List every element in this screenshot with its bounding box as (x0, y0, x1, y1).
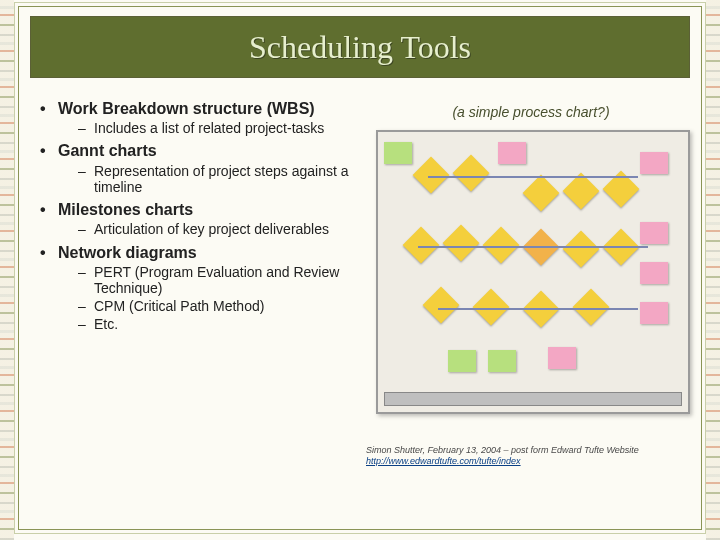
bullet-content: Work Breakdown structure (WBS) Includes … (40, 100, 380, 338)
bullet-gantt-sub1: Representation of project steps against … (40, 163, 380, 195)
bullet-wbs: Work Breakdown structure (WBS) (40, 100, 380, 118)
figure: (a simple process chart?) (376, 104, 686, 414)
title-box: Scheduling Tools (30, 16, 690, 78)
decorative-stripe-right (706, 0, 720, 540)
bullet-wbs-sub1: Includes a list of related project-tasks (40, 120, 380, 136)
credit-link[interactable]: http://www.edwardtufte.com/tufte/index (366, 456, 521, 466)
bullet-network-sub3: Etc. (40, 316, 380, 332)
credit-text: Simon Shutter, February 13, 2004 – post … (366, 445, 639, 455)
bullet-milestones-sub1: Articulation of key project deliverables (40, 221, 380, 237)
bullet-gantt: Gannt charts (40, 142, 380, 160)
decorative-stripe-left (0, 0, 14, 540)
slide-title: Scheduling Tools (249, 29, 471, 66)
bullet-network-sub1: PERT (Program Evaluation and Review Tech… (40, 264, 380, 296)
bullet-milestones: Milestones charts (40, 201, 380, 219)
whiteboard-image (376, 130, 690, 414)
slide: Scheduling Tools Work Breakdown structur… (0, 0, 720, 540)
figure-credit: Simon Shutter, February 13, 2004 – post … (366, 445, 686, 468)
bullet-network-sub2: CPM (Critical Path Method) (40, 298, 380, 314)
figure-caption: (a simple process chart?) (376, 104, 686, 120)
bullet-network: Network diagrams (40, 244, 380, 262)
